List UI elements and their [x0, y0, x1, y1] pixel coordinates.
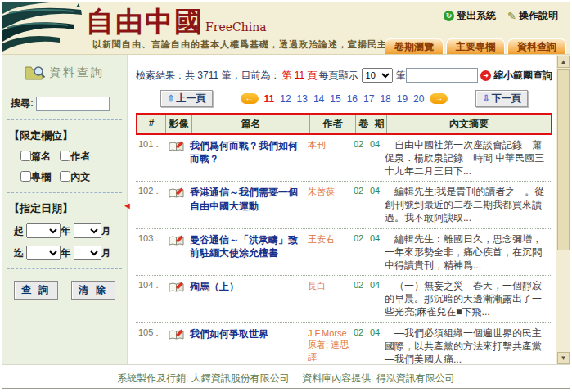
- row-image-cell[interactable]: [164, 139, 190, 178]
- results-body: 101 . 我們爲何而戰？我們如何而戰？ 本刊 02 04 自由中國社第一次座談…: [136, 135, 552, 364]
- column-checkbox[interactable]: [20, 171, 31, 182]
- page-link-14[interactable]: 14: [313, 93, 324, 105]
- page-link-15[interactable]: 15: [330, 93, 340, 105]
- results-count: 檢索結果：共 3711 筆，目前為： 第 11 頁 每頁顯示 10 筆: [136, 68, 406, 83]
- scrollbar[interactable]: ▲ ▼: [556, 55, 570, 364]
- book-icon: [169, 281, 185, 293]
- field-checkbox-row-1: 篇名 作者: [20, 150, 127, 164]
- logout-icon: ↻: [444, 11, 454, 21]
- search-row: 搜尋:: [11, 97, 119, 111]
- page-link-17[interactable]: 17: [363, 93, 374, 105]
- table-header: # 影像 篇名 作者 卷 期 內文摘要: [136, 113, 552, 135]
- article-title-link[interactable]: 我們如何爭取世界: [190, 327, 308, 364]
- current-page-indicator: 第 11 頁: [281, 69, 317, 83]
- to-year-select[interactable]: [26, 246, 61, 260]
- from-month-select[interactable]: [74, 223, 101, 238]
- author-checkbox[interactable]: [60, 151, 70, 161]
- col-image: 影像: [165, 115, 191, 133]
- page-link-18[interactable]: 18: [380, 93, 390, 105]
- tab-data-search[interactable]: 資料查詢: [507, 38, 566, 54]
- title-checkbox[interactable]: [20, 151, 31, 161]
- logout-link[interactable]: ↻ 登出系統: [444, 9, 496, 23]
- tab-main-columns[interactable]: 主要專欄: [446, 38, 505, 54]
- checkbox-title-field[interactable]: 篇名: [20, 151, 51, 162]
- article-author: 朱啓葆: [308, 186, 354, 224]
- page-link-12[interactable]: 12: [280, 93, 291, 105]
- row-number: 103 .: [136, 233, 164, 272]
- article-issue: 04: [370, 139, 385, 178]
- sidebar-title: 資料查詢: [7, 65, 122, 88]
- book-icon: [169, 140, 185, 152]
- article-volume: 02: [354, 327, 370, 364]
- search-input[interactable]: [36, 97, 110, 111]
- pager-forward-icon[interactable]: →: [430, 93, 448, 104]
- article-summary: —我們必須組織一個遍世界的民主國際，以共產黨的方法來打擊共產黨—我們美國人痛..…: [385, 327, 552, 364]
- article-title-link[interactable]: 殉馬（上）: [190, 280, 308, 318]
- field-checkbox-row-2: 專欄 內文: [20, 170, 127, 184]
- article-issue: 04: [370, 327, 385, 364]
- clear-button[interactable]: 清 除: [71, 281, 115, 300]
- article-title-link[interactable]: 曼谷通信～「洪承疇」致前駐緬大使涂允檀書: [190, 233, 308, 272]
- sidebar-buttons: 查 詢 清 除: [2, 281, 127, 300]
- logo-subtitle: FreeChina: [205, 20, 267, 34]
- pagination-row: ⇧上一頁 ← 11121314151617181920→ ⇩下一頁: [136, 90, 552, 107]
- row-number: 105 .: [136, 327, 164, 364]
- page-link-20[interactable]: 20: [413, 93, 424, 105]
- help-link[interactable]: ✎ 操作說明: [507, 9, 558, 23]
- article-title-link[interactable]: 我們爲何而戰？我們如何而戰？: [190, 139, 308, 178]
- table-row: 103 . 曼谷通信～「洪承疇」致前駐緬大使涂允檀書 王安右 02 04 編輯先…: [136, 229, 552, 276]
- article-author: J.F.Morse 原著; 達思 譯: [308, 327, 354, 364]
- article-author: 本刊: [308, 139, 354, 178]
- narrow-search-icon: ➜: [480, 70, 491, 81]
- tab-browse-volumes[interactable]: 卷期瀏覽: [385, 38, 444, 54]
- page-link-13[interactable]: 13: [297, 93, 308, 105]
- search-sidebar: 資料查詢 搜尋: 【限定欄位】 篇名 作者 專欄 內文 【指定日期】 起 年 月: [2, 55, 128, 364]
- from-year-select[interactable]: [26, 223, 61, 238]
- scroll-down-icon[interactable]: ▼: [557, 352, 570, 364]
- page-link-16[interactable]: 16: [347, 93, 358, 105]
- narrow-search-label[interactable]: 縮小範圍查詢: [493, 69, 552, 83]
- content: 資料查詢 搜尋: 【限定欄位】 篇名 作者 專欄 內文 【指定日期】 起 年 月: [2, 55, 570, 364]
- help-label: 操作說明: [519, 9, 558, 23]
- header-links: ↻ 登出系統 ✎ 操作說明: [444, 9, 558, 23]
- article-summary: （一）無妄之災 春天，一個靜寂的早晨。那沉暗的天邊漸漸露出了一些光亮;麻雀兒在■…: [385, 280, 552, 318]
- pencil-icon: ✎: [507, 10, 516, 22]
- pager-back-icon[interactable]: ←: [241, 93, 259, 104]
- logo-title: 自由中國: [86, 5, 204, 38]
- article-title-link[interactable]: 香港通信～我們需要一個自由中國大運動: [190, 186, 308, 224]
- sidebar-collapse-arrow[interactable]: ◄: [123, 201, 132, 210]
- checkbox-column-field[interactable]: 專欄: [20, 171, 51, 182]
- article-volume: 02: [354, 233, 370, 272]
- article-volume: 02: [354, 139, 370, 178]
- up-arrow-icon: ⇧: [167, 93, 174, 104]
- next-page-button[interactable]: ⇩下一頁: [475, 90, 527, 107]
- row-image-cell[interactable]: [164, 327, 190, 364]
- date-section-heading: 【指定日期】: [9, 201, 120, 216]
- temple-roof-image: [2, 2, 84, 52]
- page-link-11[interactable]: 11: [264, 93, 275, 105]
- row-image-cell[interactable]: [164, 186, 190, 224]
- scroll-up-icon[interactable]: ▲: [557, 56, 570, 68]
- scroll-thumb[interactable]: [557, 69, 570, 250]
- checkbox-author-field[interactable]: 作者: [60, 151, 90, 162]
- query-button[interactable]: 查 詢: [14, 281, 58, 300]
- footer: 系統製作及行銷: 大鐸資訊股份有限公司 資料庫內容提供: 得泓資訊有限公司: [2, 364, 570, 388]
- to-month-select[interactable]: [74, 246, 101, 260]
- prev-page-button[interactable]: ⇧上一頁: [160, 90, 212, 107]
- col-summary: 內文摘要: [386, 115, 551, 133]
- page-link-19[interactable]: 19: [397, 93, 408, 105]
- divider: [7, 192, 122, 193]
- article-volume: 02: [354, 186, 370, 224]
- row-image-cell[interactable]: [164, 233, 190, 272]
- nav-tabs: 卷期瀏覽 主要專欄 資料查詢: [385, 38, 566, 54]
- per-page-select[interactable]: 10: [362, 68, 393, 83]
- row-image-cell[interactable]: [164, 280, 190, 318]
- narrow-search-input[interactable]: [406, 68, 478, 83]
- article-summary: 編輯先生:我是貴刊的讀者之一。從創刊號到最近的二卷二期我都買來讀過。我不敢阿諛取…: [385, 186, 552, 224]
- date-from-row: 起 年 月: [14, 223, 127, 238]
- article-volume: 02: [354, 280, 370, 318]
- content-checkbox[interactable]: [60, 171, 70, 182]
- search-label: 搜尋:: [11, 97, 34, 109]
- checkbox-content-field[interactable]: 內文: [60, 171, 90, 182]
- sidebar-title-text: 資料查詢: [49, 65, 105, 80]
